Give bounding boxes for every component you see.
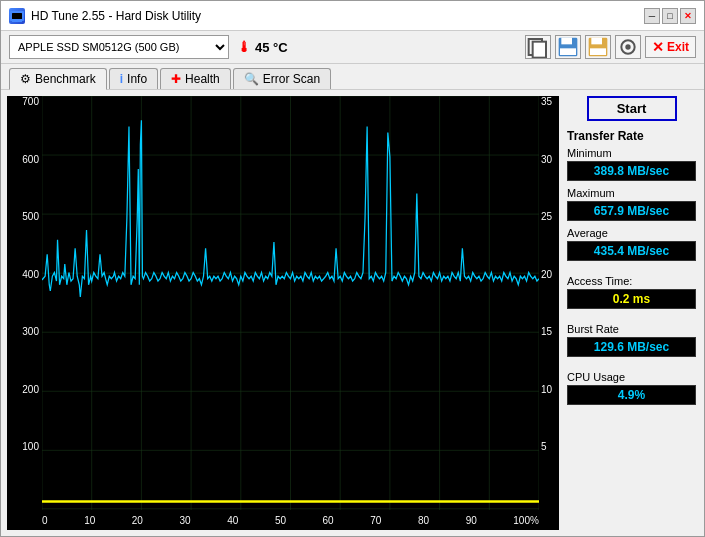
svg-rect-3 <box>12 21 22 22</box>
chart-y-axis-left: 700 600 500 400 300 200 100 <box>7 96 42 510</box>
svg-rect-5 <box>533 42 546 58</box>
chart-canvas <box>42 96 539 510</box>
maximum-value: 657.9 MB/sec <box>567 201 696 221</box>
cpu-usage-label: CPU Usage <box>567 371 696 383</box>
access-time-section: Access Time: 0.2 ms <box>567 275 696 315</box>
minimum-label: Minimum <box>567 147 696 159</box>
access-time-value: 0.2 ms <box>567 289 696 309</box>
svg-rect-10 <box>591 38 602 45</box>
save2-icon-btn[interactable] <box>585 35 611 59</box>
temperature-display: 🌡 45 °C <box>237 39 288 55</box>
transfer-rate-title: Transfer Rate <box>567 129 696 143</box>
info-tab-icon: i <box>120 72 123 86</box>
cpu-usage-value: 4.9% <box>567 385 696 405</box>
burst-rate-value: 129.6 MB/sec <box>567 337 696 357</box>
svg-point-13 <box>625 44 630 49</box>
health-tab-label: Health <box>185 72 220 86</box>
maximize-button[interactable]: □ <box>662 8 678 24</box>
svg-rect-8 <box>560 48 576 55</box>
average-value: 435.4 MB/sec <box>567 241 696 261</box>
chart-x-axis: 0 10 20 30 40 50 60 70 80 90 100% <box>42 510 539 530</box>
maximum-label: Maximum <box>567 187 696 199</box>
benchmark-tab-label: Benchmark <box>35 72 96 86</box>
minimum-value: 389.8 MB/sec <box>567 161 696 181</box>
save-icon-btn[interactable] <box>555 35 581 59</box>
exit-label: Exit <box>667 40 689 54</box>
svg-rect-1 <box>12 13 22 19</box>
titlebar-left: HD Tune 2.55 - Hard Disk Utility <box>9 8 201 24</box>
chart-y-axis-right: 35 30 25 20 15 10 5 <box>539 96 559 510</box>
exit-icon: ✕ <box>652 39 664 55</box>
tab-error-scan[interactable]: 🔍 Error Scan <box>233 68 331 89</box>
window-title: HD Tune 2.55 - Hard Disk Utility <box>31 9 201 23</box>
right-panel: Start Transfer Rate Minimum 389.8 MB/sec… <box>559 90 704 536</box>
burst-rate-label: Burst Rate <box>567 323 696 335</box>
error-scan-tab-label: Error Scan <box>263 72 320 86</box>
transfer-rate-section: Transfer Rate Minimum 389.8 MB/sec Maxim… <box>567 129 696 267</box>
benchmark-tab-icon: ⚙ <box>20 72 31 86</box>
toolbar-icons: ✕ Exit <box>525 35 696 59</box>
error-scan-tab-icon: 🔍 <box>244 72 259 86</box>
temperature-value: 45 °C <box>255 40 288 55</box>
access-time-label: Access Time: <box>567 275 696 287</box>
svg-rect-7 <box>561 38 572 45</box>
health-tab-icon: ✚ <box>171 72 181 86</box>
info-tab-label: Info <box>127 72 147 86</box>
titlebar-controls[interactable]: ─ □ ✕ <box>644 8 696 24</box>
toolbar: APPLE SSD SM0512G (500 GB) 🌡 45 °C <box>1 31 704 64</box>
main-area: MB/sec ms 700 600 500 400 300 200 100 35… <box>1 90 704 536</box>
close-button[interactable]: ✕ <box>680 8 696 24</box>
tabs-bar: ⚙ Benchmark i Info ✚ Health 🔍 Error Scan <box>1 64 704 90</box>
average-label: Average <box>567 227 696 239</box>
chart-area: MB/sec ms 700 600 500 400 300 200 100 35… <box>7 96 559 530</box>
app-icon <box>9 8 25 24</box>
titlebar: HD Tune 2.55 - Hard Disk Utility ─ □ ✕ <box>1 1 704 31</box>
svg-rect-11 <box>590 48 606 55</box>
burst-rate-section: Burst Rate 129.6 MB/sec <box>567 323 696 363</box>
config-icon-btn[interactable] <box>615 35 641 59</box>
copy-icon-btn[interactable] <box>525 35 551 59</box>
tab-benchmark[interactable]: ⚙ Benchmark <box>9 68 107 90</box>
cpu-usage-section: CPU Usage 4.9% <box>567 371 696 411</box>
start-button[interactable]: Start <box>587 96 677 121</box>
tab-health[interactable]: ✚ Health <box>160 68 231 89</box>
tab-info[interactable]: i Info <box>109 68 158 89</box>
exit-button[interactable]: ✕ Exit <box>645 36 696 58</box>
disk-selector[interactable]: APPLE SSD SM0512G (500 GB) <box>9 35 229 59</box>
main-window: HD Tune 2.55 - Hard Disk Utility ─ □ ✕ A… <box>0 0 705 537</box>
temperature-icon: 🌡 <box>237 39 251 55</box>
minimize-button[interactable]: ─ <box>644 8 660 24</box>
